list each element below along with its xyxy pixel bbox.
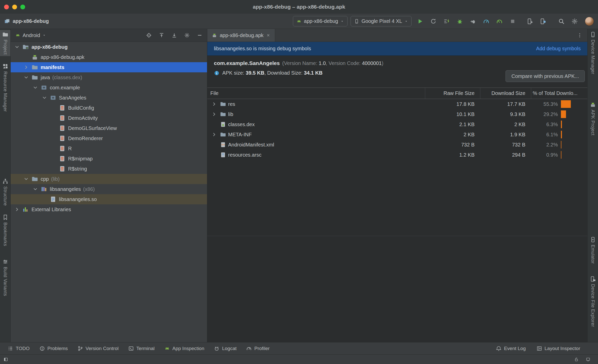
- ext-lib-icon: [22, 206, 29, 213]
- tool-stripe-bookmarks[interactable]: Bookmarks: [0, 213, 10, 248]
- tool-stripe-build-variants[interactable]: Build Variants: [0, 257, 10, 297]
- tree-node-app-x86-debug-apk[interactable]: app-x86-debug.apk: [11, 52, 207, 62]
- stop-button[interactable]: [507, 16, 518, 27]
- tree-node-manifests[interactable]: manifests: [11, 62, 207, 72]
- column-header-percent[interactable]: % of Total Downlo...: [531, 88, 587, 99]
- unlock-icon[interactable]: [574, 357, 579, 362]
- tree-node-label: External Libraries: [32, 207, 71, 212]
- notifications-icon[interactable]: [586, 357, 590, 362]
- user-avatar[interactable]: [585, 17, 594, 26]
- chevron-down-icon[interactable]: [22, 176, 30, 181]
- attach-debugger-button[interactable]: [467, 16, 479, 27]
- column-header-raw-size[interactable]: Raw File Size: [425, 88, 480, 99]
- tree-node-libsanangeles-so[interactable]: libsanangeles.so: [11, 194, 207, 204]
- run-configuration-select[interactable]: app-x86-debug: [293, 16, 348, 26]
- run-button[interactable]: [415, 16, 426, 27]
- tool-stripe-project[interactable]: Project: [0, 30, 10, 56]
- close-window-button[interactable]: [4, 5, 9, 9]
- toolbar-event-log-button[interactable]: Event Log: [496, 346, 526, 351]
- tree-node-buildconfig[interactable]: BuildConfig: [11, 103, 207, 113]
- toolbar-logcat-button[interactable]: Logcat: [214, 346, 237, 351]
- chevron-right-icon[interactable]: [210, 132, 218, 137]
- toolbar-terminal-button[interactable]: Terminal: [128, 346, 155, 351]
- apk-row-meta-inf[interactable]: META-INF2 KB1.9 KB6.1%: [207, 129, 587, 140]
- apk-row-androidmanifest-xml[interactable]: AndroidManifest.xml732 B732 B2.2%: [207, 140, 587, 150]
- tree-node-cpp[interactable]: cpp(lib): [11, 174, 207, 184]
- column-header-file[interactable]: File: [207, 88, 425, 99]
- chevron-down-icon[interactable]: [31, 85, 40, 90]
- toolbar-problems-button[interactable]: Problems: [39, 346, 68, 351]
- tool-stripe-label: Build Variants: [3, 267, 8, 296]
- apply-code-changes-button[interactable]: [441, 16, 452, 27]
- tree-node-demoactivity[interactable]: DemoActivity: [11, 113, 207, 123]
- zoom-window-button[interactable]: [20, 5, 25, 9]
- minimize-window-button[interactable]: [12, 5, 17, 9]
- project-view-selector[interactable]: Android: [15, 32, 46, 38]
- tree-node-java[interactable]: java(classes.dex): [11, 72, 207, 82]
- device-manager-button[interactable]: [538, 16, 549, 27]
- tab-app-x86-debug-apk[interactable]: app-x86-debug.apk: [207, 29, 275, 42]
- profile-low-overhead-button[interactable]: [494, 16, 505, 27]
- tree-node-r-mipmap[interactable]: R$mipmap: [11, 154, 207, 164]
- tree-node-libsanangeles[interactable]: libsanangeles(x86): [11, 184, 207, 194]
- project-widget[interactable]: app-x86-debug: [4, 18, 49, 24]
- profiler-button[interactable]: [481, 16, 492, 27]
- apk-row-res[interactable]: res17.8 KB17.7 KB55.3%: [207, 99, 587, 109]
- status-bar: [0, 354, 598, 364]
- add-debug-symbols-link[interactable]: Add debug symbols: [536, 46, 581, 52]
- folder-icon: [220, 101, 226, 107]
- close-tab-icon[interactable]: [266, 33, 270, 37]
- tree-node-app-x86-debug[interactable]: app-x86-debug: [11, 42, 207, 52]
- tree-node-r-string[interactable]: R$string: [11, 164, 207, 174]
- chevron-down-icon[interactable]: [13, 44, 21, 49]
- apk-row-lib[interactable]: lib10.1 KB9.3 KB29.2%: [207, 109, 587, 119]
- tree-node-demorenderer[interactable]: DemoRenderer: [11, 133, 207, 143]
- collapse-all-icon[interactable]: [159, 32, 164, 38]
- settings-button[interactable]: [569, 16, 580, 27]
- chevron-down-icon[interactable]: [40, 95, 49, 100]
- tool-stripe-emulator[interactable]: Emulator: [588, 235, 598, 265]
- hide-icon[interactable]: [197, 32, 202, 38]
- settings-icon[interactable]: [184, 32, 190, 38]
- search-everywhere-button[interactable]: [556, 16, 567, 27]
- toolbar-profiler-button[interactable]: Profiler: [246, 346, 270, 351]
- compare-apk-button[interactable]: Compare with previous APK...: [506, 70, 585, 82]
- info-icon: [214, 70, 219, 76]
- chevron-right-icon[interactable]: [13, 207, 21, 212]
- debug-button[interactable]: [454, 16, 465, 27]
- tool-stripe-resource-manager[interactable]: Resource Manager: [0, 62, 10, 113]
- chevron-right-icon[interactable]: [210, 112, 218, 117]
- tree-node-external-libraries[interactable]: External Libraries: [11, 204, 207, 214]
- chevron-down-icon[interactable]: [31, 187, 40, 192]
- apply-changes-restart-button[interactable]: [428, 16, 439, 27]
- chevron-down-icon[interactable]: [22, 75, 30, 80]
- toolbar-todo-button[interactable]: TODO: [8, 346, 30, 351]
- chevron-right-icon[interactable]: [22, 65, 30, 70]
- tool-stripe-structure[interactable]: Structure: [0, 177, 10, 207]
- toolbar-app-inspection-button[interactable]: App Inspection: [164, 346, 204, 351]
- tree-node-demoglsurfaceview[interactable]: DemoGLSurfaceView: [11, 123, 207, 133]
- tool-stripe-device-file-explorer[interactable]: Device File Explorer: [588, 274, 598, 328]
- select-opened-file-icon[interactable]: [146, 32, 152, 38]
- tree-node-label: R: [68, 146, 72, 152]
- apk-row-classes-dex[interactable]: classes.dex2.1 KB2 KB6.3%: [207, 119, 587, 129]
- toolbar-version-control-button[interactable]: Version Control: [77, 346, 119, 351]
- toolbar-layout-inspector-button[interactable]: Layout Inspector: [537, 346, 580, 351]
- device-mirroring-button[interactable]: [524, 16, 536, 27]
- tool-window-bar-right: Event LogLayout Inspector: [496, 346, 580, 351]
- more-options-icon[interactable]: [577, 33, 582, 38]
- toolwindow-toggle-icon[interactable]: [4, 357, 8, 362]
- apk-row-resources-arsc[interactable]: resources.arsc1.2 KB294 B0.9%: [207, 150, 587, 160]
- tool-stripe-apk-project[interactable]: APK Project: [588, 100, 598, 137]
- column-header-download-size[interactable]: Download Size: [480, 88, 531, 99]
- tool-stripe-device-manager[interactable]: Device Manager: [588, 30, 598, 76]
- expand-all-icon[interactable]: [171, 32, 177, 38]
- chevron-right-icon[interactable]: [210, 102, 218, 107]
- tree-node-sanangeles[interactable]: SanAngeles: [11, 93, 207, 103]
- tree-node-r[interactable]: R: [11, 143, 207, 154]
- toolbar-button-label: Profiler: [254, 346, 270, 351]
- raw-size-cell: 17.8 KB: [425, 101, 480, 107]
- tree-node-com-example[interactable]: com.example: [11, 82, 207, 93]
- device-select[interactable]: Google Pixel 4 XL: [351, 16, 412, 26]
- todo-icon: [8, 346, 13, 351]
